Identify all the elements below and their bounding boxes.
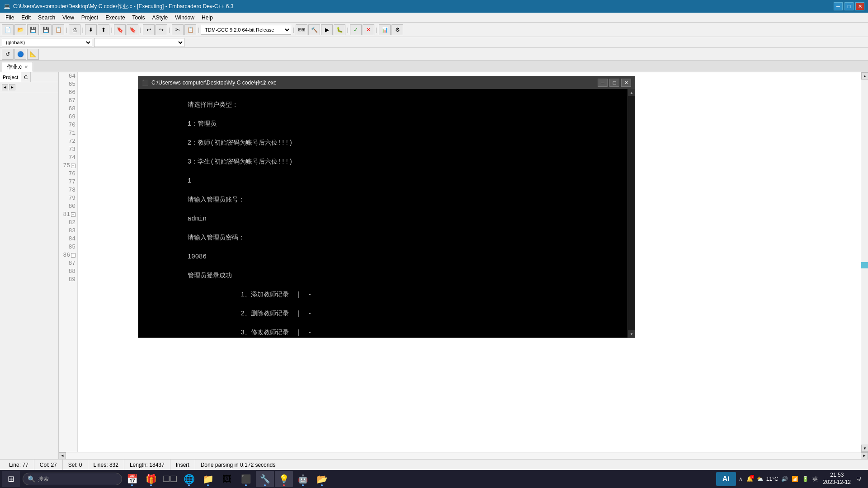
console-scroll-track[interactable] [628,96,635,330]
sep6: | [197,24,200,35]
compiler-select[interactable]: TDM-GCC 9.2.0 64-bit Release [201,25,291,35]
open-file-button[interactable]: 📂 [14,24,26,35]
tb2-btn3[interactable]: 📐 [27,49,39,60]
menu-view[interactable]: View [59,14,78,22]
code-editor[interactable]: 64 65 66 67 68 69 70 71 72 73 74 75− 76 … [59,72,868,459]
taskbar-folder-app[interactable]: 📂 [313,471,331,487]
import-button[interactable]: ⬆ [98,24,109,35]
taskbar-gift-app[interactable]: 🎁 [142,471,160,487]
taskbar-terminal-app[interactable]: ⬛ [237,471,255,487]
taskbar-calendar-app[interactable]: 📅 [123,471,141,487]
console-scrollbar[interactable]: ▲ ▼ [627,89,635,338]
volume-icon[interactable]: 🔊 [780,476,789,482]
settings-button[interactable]: ⚙ [392,24,403,35]
devcpp-icon: 💡 [279,474,289,484]
console-scroll-down-button[interactable]: ▼ [628,330,635,338]
folder-indicator [321,484,323,486]
taskbar-photo-app[interactable]: 🖼 [218,471,236,487]
time-display: 21:53 [823,472,851,479]
fold-81[interactable]: − [71,212,75,217]
sep5: | [168,24,171,35]
menu-tools[interactable]: Tools [129,14,149,22]
taskbar-android-app[interactable]: 🤖 [294,471,312,487]
taskbar-task-view[interactable]: ❑❑ [161,471,179,487]
tab-close-button[interactable]: ✕ [24,65,28,70]
console-minimize-button[interactable]: ─ [598,79,608,87]
redo-button[interactable]: ↪ [156,24,167,35]
line-num-85: 85 [59,243,77,251]
export-button[interactable]: ⬇ [85,24,97,35]
scroll-up-button[interactable]: ▲ [861,72,868,80]
tab-zuoye[interactable]: 作业.c ✕ [2,62,33,72]
title-bar-left: 💻 C:\Users\ws-computer\Desktop\My C code… [4,3,234,10]
h-scroll-left-button[interactable]: ◄ [59,452,66,460]
function-select[interactable] [94,38,184,47]
calendar-indicator [131,484,133,486]
lines-value: 832 [109,462,118,468]
menu-astyle[interactable]: AStyle [149,14,172,22]
language-indicator[interactable]: 英 [811,475,819,483]
h-scroll-right-button[interactable]: ► [861,452,868,460]
menu-file[interactable]: File [2,14,18,22]
chart-button[interactable]: 📊 [379,24,391,35]
menu-help[interactable]: Help [198,14,217,22]
maximize-button[interactable]: □ [844,2,854,10]
tray-expand-button[interactable]: ∧ [738,476,744,482]
notification-center-button[interactable]: 🗨 [855,476,863,482]
weather-icon[interactable]: ⛅ [756,476,764,482]
scroll-track[interactable] [861,80,868,445]
tb2-btn2[interactable]: 🔵 [14,49,26,60]
sidebar-tab-c[interactable]: C [21,72,31,82]
start-button[interactable]: ⊞ [2,471,20,487]
console-close-button[interactable]: ✕ [621,79,631,87]
line-num-81: 81− [59,211,77,219]
bookmark-button[interactable]: 🔖 [114,24,126,35]
build-all-button[interactable]: ⊞⊞ [296,24,307,35]
console-maximize-button[interactable]: □ [609,79,619,87]
taskbar-devcpp-app[interactable]: 💡 [275,471,293,487]
nav-back-button[interactable]: ◄ [2,84,8,90]
cut-button[interactable]: ✂ [172,24,184,35]
taskbar-search[interactable]: 🔍 搜索 [23,473,122,485]
ai-badge[interactable]: Ai [716,472,736,486]
debug-button[interactable]: 🐛 [334,24,345,35]
sidebar-tab-project[interactable]: Project [0,72,21,82]
nav-forward-button[interactable]: ► [9,84,15,90]
check-button[interactable]: ✓ [350,24,362,35]
clock[interactable]: 21:53 2023-12-12 [821,471,854,487]
stop-button[interactable]: ✕ [363,24,374,35]
length-label: Length: [130,462,148,468]
scroll-down-button[interactable]: ▼ [861,445,868,452]
horizontal-scrollbar[interactable]: ◄ ► [59,452,868,459]
bookmark2-button[interactable]: 🔖 [127,24,138,35]
copy-button[interactable]: 📋 [184,24,196,35]
minimize-button[interactable]: ─ [834,2,843,10]
taskbar-pycharm-app[interactable]: 🔧 [256,471,274,487]
fold-86[interactable]: − [71,253,75,258]
print-button[interactable]: 🖨 [69,24,80,35]
network-icon[interactable]: 📶 [791,476,799,482]
taskbar-edge-app[interactable]: 🌐 [180,471,198,487]
compile-button[interactable]: 🔨 [308,24,320,35]
menu-execute[interactable]: Execute [102,14,128,22]
vertical-scrollbar[interactable]: ▲ ▼ [861,72,868,452]
new-file-button[interactable]: 📄 [2,24,14,35]
battery-icon[interactable]: 🔋 [801,476,810,482]
fold-75[interactable]: − [71,164,75,168]
run-button[interactable]: ▶ [321,24,333,35]
save-file-button[interactable]: 💾 [27,24,39,35]
menu-window[interactable]: Window [171,14,198,22]
save-all-button[interactable]: 💾 [40,24,52,35]
console-scroll-up-button[interactable]: ▲ [628,89,635,96]
close-file-button[interactable]: 📋 [52,24,64,35]
close-button[interactable]: ✕ [855,2,864,10]
console-window: ⬛ C:\Users\ws-computer\Desktop\My C code… [138,76,635,338]
menu-edit[interactable]: Edit [18,14,34,22]
menu-search[interactable]: Search [34,14,59,22]
tb2-btn1[interactable]: ↺ [2,49,14,60]
taskbar-filemanager-app[interactable]: 📁 [199,471,217,487]
h-scroll-track[interactable] [66,453,861,459]
menu-project[interactable]: Project [78,14,102,22]
undo-button[interactable]: ↩ [143,24,155,35]
globals-select[interactable]: (globals) [2,38,92,47]
